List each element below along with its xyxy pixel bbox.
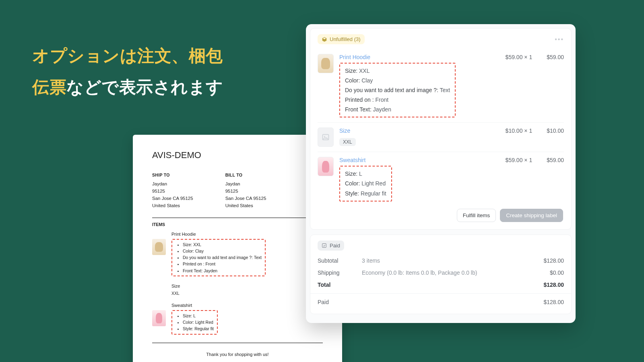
bill-to-line: San Jose CA 95125 xyxy=(225,195,266,202)
product-title-link[interactable]: Size xyxy=(339,128,500,134)
variant-pill: XXL xyxy=(339,138,356,146)
opt-key: Do you want to add text and image ?: xyxy=(345,87,440,93)
product-thumb-icon xyxy=(152,239,166,255)
product-title-link[interactable]: Print Hoodie xyxy=(339,54,500,60)
total-amount: $128.00 xyxy=(543,282,564,288)
product-thumb-icon xyxy=(152,310,166,326)
paid-row-label: Paid xyxy=(318,299,329,305)
ship-to-heading: SHIP TO xyxy=(152,172,193,178)
create-shipping-label-button[interactable]: Create shipping label xyxy=(500,209,563,222)
shipping-amount: $0.00 xyxy=(550,269,564,276)
unit-price: $10.00 × 1 xyxy=(506,128,533,134)
slip-option: Style: Regular fit xyxy=(183,325,214,332)
slip-option: Do you want to add text and image ?: Tex… xyxy=(183,254,262,261)
unfulfilled-label: Unfulfilled (3) xyxy=(330,36,361,42)
options-highlight: Size: XXL Color: Clay Do you want to add… xyxy=(339,63,456,117)
options-highlight: Size: L Color: Light Red Style: Regular … xyxy=(339,166,392,201)
ship-to-line: United States xyxy=(152,202,193,210)
opt-key: Printed on : xyxy=(345,97,376,103)
order-line: Print Hoodie Size: XXL Color: Clay Do yo… xyxy=(318,49,564,122)
slip-item-name: Print Hoodie xyxy=(171,232,323,237)
opt-val: Regular fit xyxy=(361,190,386,197)
paid-row-amount: $128.00 xyxy=(543,299,564,305)
headline-line2-rest: などで表示されます xyxy=(66,78,223,97)
ship-to: SHIP TO Jaydan 95125 San Jose CA 95125 U… xyxy=(152,172,193,210)
line-total: $59.00 xyxy=(547,157,564,163)
shipping-desc: Economy (0.0 lb: Items 0.0 lb, Package 0… xyxy=(362,269,542,276)
bill-to-line: United States xyxy=(225,202,266,210)
subtotal-amount: $128.00 xyxy=(543,257,564,264)
slip-option: Front Text: Jayden xyxy=(183,267,262,274)
line-total: $59.00 xyxy=(547,54,564,60)
opt-val: Jayden xyxy=(373,106,391,113)
order-line: Sweatshirt Size: L Color: Light Red Styl… xyxy=(318,152,564,206)
slip-option: Color: Clay xyxy=(183,248,262,254)
svg-point-1 xyxy=(324,136,325,137)
bill-to: BILL TO Jaydan 95125 San Jose CA 95125 U… xyxy=(225,172,266,210)
opt-val: Clay xyxy=(361,77,373,84)
opt-key: Style: xyxy=(345,190,361,197)
slip-item-name: Sweatshirt xyxy=(171,303,323,308)
payment-card: Paid Subtotal 3 items $128.00 Shipping E… xyxy=(310,234,572,314)
ship-to-line: San Jose CA 95125 xyxy=(152,195,193,202)
order-panel: Unfulfilled (3) ••• Print Hoodie Size: X… xyxy=(306,24,576,323)
unfulfilled-badge: Unfulfilled (3) xyxy=(318,34,365,44)
opt-val: Light Red xyxy=(361,180,386,187)
subtotal-label: Subtotal xyxy=(318,257,354,264)
product-thumb-icon xyxy=(318,128,334,147)
paid-badge: Paid xyxy=(318,241,344,251)
slip-item: Print Hoodie Size: XXL Color: Clay Do yo… xyxy=(152,232,323,276)
total-label: Total xyxy=(318,282,330,288)
opt-val: Front xyxy=(376,97,389,103)
shipping-label: Shipping xyxy=(318,269,354,276)
options-highlight: Size: L Color: Light Red Style: Regular … xyxy=(171,310,218,335)
opt-val: XXL xyxy=(359,68,369,74)
more-icon[interactable]: ••• xyxy=(555,36,564,43)
product-thumb-icon xyxy=(318,54,334,73)
slip-option: Size: XXL xyxy=(183,241,262,248)
product-title-link[interactable]: Sweatshirt xyxy=(339,157,500,163)
opt-val: Text xyxy=(440,87,450,93)
slip-option: Size: L xyxy=(183,313,214,319)
svg-rect-2 xyxy=(322,243,326,247)
headline-line1: オプションは注文、梱包 xyxy=(32,46,223,65)
fulfilment-card: Unfulfilled (3) ••• Print Hoodie Size: X… xyxy=(310,28,572,230)
unit-price: $59.00 × 1 xyxy=(506,54,533,60)
options-highlight: Size: XXL Color: Clay Do you want to add… xyxy=(171,239,266,276)
slip-option: XXL xyxy=(171,291,323,296)
slip-item: Size XXL xyxy=(152,284,323,296)
opt-key: Color: xyxy=(345,77,361,84)
paid-label: Paid xyxy=(330,243,340,249)
opt-key: Size: xyxy=(345,171,359,177)
unit-price: $59.00 × 1 xyxy=(506,157,533,163)
headline: オプションは注文、梱包 伝票などで表示されます xyxy=(32,40,223,103)
slip-item-name: Size xyxy=(171,284,323,288)
bill-to-heading: BILL TO xyxy=(225,172,266,178)
headline-line2-accent: 伝票 xyxy=(32,78,66,97)
opt-val: L xyxy=(359,171,362,177)
fulfill-items-button[interactable]: Fulfill items xyxy=(457,209,496,222)
ship-to-line: Jaydan xyxy=(152,181,193,188)
slip-brand: AVIS-DEMO xyxy=(152,150,323,160)
slip-item: Sweatshirt Size: L Color: Light Red Styl… xyxy=(152,303,323,335)
opt-key: Size: xyxy=(345,68,359,74)
box-icon xyxy=(322,37,327,42)
check-square-icon xyxy=(322,243,327,248)
slip-option: Color: Light Red xyxy=(183,319,214,325)
bill-to-line: Jaydan xyxy=(225,181,266,188)
items-heading: ITEMS xyxy=(152,222,323,227)
product-thumb-icon xyxy=(318,157,334,176)
bill-to-line: 95125 xyxy=(225,188,266,195)
opt-key: Color: xyxy=(345,180,361,187)
opt-key: Front Text: xyxy=(345,106,373,113)
slip-thanks: Thank you for shopping with us! xyxy=(152,352,323,357)
slip-option: Printed on : Front xyxy=(183,261,262,267)
subtotal-desc: 3 items xyxy=(362,257,535,264)
image-placeholder-icon xyxy=(322,133,330,141)
order-line: Size XXL $10.00 × 1 $10.00 xyxy=(318,122,564,152)
ship-to-line: 95125 xyxy=(152,188,193,195)
line-total: $10.00 xyxy=(547,128,564,134)
